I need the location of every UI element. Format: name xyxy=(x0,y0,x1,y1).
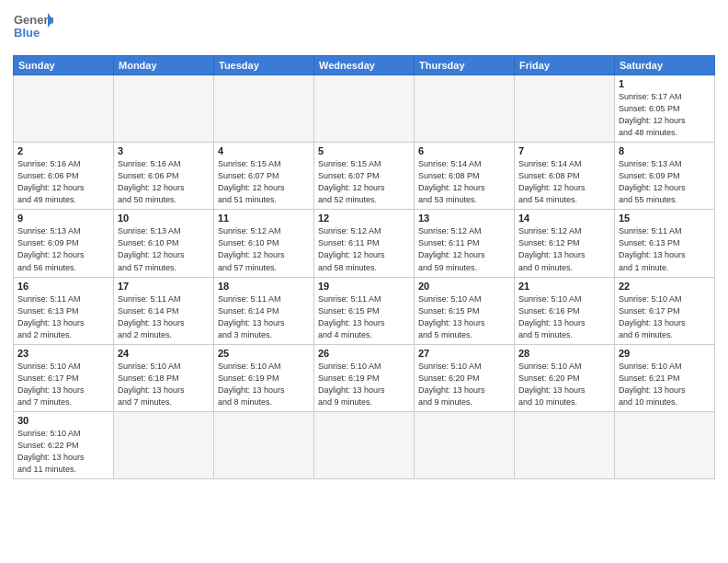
day-info: Sunrise: 5:10 AM Sunset: 6:15 PM Dayligh… xyxy=(418,293,510,341)
calendar-cell: 4Sunrise: 5:15 AM Sunset: 6:07 PM Daylig… xyxy=(214,143,314,210)
day-info: Sunrise: 5:15 AM Sunset: 6:07 PM Dayligh… xyxy=(318,158,410,206)
calendar-cell xyxy=(214,75,314,143)
day-number: 21 xyxy=(518,281,610,292)
day-number: 26 xyxy=(318,348,410,359)
day-number: 7 xyxy=(518,145,610,156)
day-number: 22 xyxy=(619,281,711,292)
calendar-cell xyxy=(415,411,515,478)
week-row-1: 2Sunrise: 5:16 AM Sunset: 6:06 PM Daylig… xyxy=(14,143,715,210)
calendar-cell: 20Sunrise: 5:10 AM Sunset: 6:15 PM Dayli… xyxy=(415,277,515,344)
day-info: Sunrise: 5:10 AM Sunset: 6:19 PM Dayligh… xyxy=(318,361,410,408)
day-info: Sunrise: 5:12 AM Sunset: 6:10 PM Dayligh… xyxy=(218,225,310,273)
calendar-cell: 24Sunrise: 5:10 AM Sunset: 6:18 PM Dayli… xyxy=(114,344,214,411)
day-number: 29 xyxy=(619,348,711,359)
calendar-cell: 23Sunrise: 5:10 AM Sunset: 6:17 PM Dayli… xyxy=(14,344,114,411)
calendar-cell: 3Sunrise: 5:16 AM Sunset: 6:06 PM Daylig… xyxy=(114,143,214,210)
day-number: 15 xyxy=(619,213,711,224)
calendar-cell: 18Sunrise: 5:11 AM Sunset: 6:14 PM Dayli… xyxy=(214,277,314,344)
day-number: 28 xyxy=(518,348,610,359)
day-number: 19 xyxy=(318,281,410,292)
calendar-cell: 28Sunrise: 5:10 AM Sunset: 6:20 PM Dayli… xyxy=(515,344,615,411)
day-info: Sunrise: 5:14 AM Sunset: 6:08 PM Dayligh… xyxy=(418,158,510,206)
calendar-cell: 16Sunrise: 5:11 AM Sunset: 6:13 PM Dayli… xyxy=(14,277,114,344)
day-number: 2 xyxy=(17,145,109,156)
day-number: 11 xyxy=(218,213,310,224)
calendar-header-row: SundayMondayTuesdayWednesdayThursdayFrid… xyxy=(14,56,715,75)
day-number: 17 xyxy=(118,281,210,292)
day-number: 27 xyxy=(418,348,510,359)
day-number: 6 xyxy=(418,145,510,156)
calendar-cell: 12Sunrise: 5:12 AM Sunset: 6:11 PM Dayli… xyxy=(314,210,415,277)
day-number: 5 xyxy=(318,145,410,156)
day-number: 9 xyxy=(17,213,109,224)
day-number: 1 xyxy=(619,78,711,89)
logo: General Blue xyxy=(13,9,53,50)
day-info: Sunrise: 5:12 AM Sunset: 6:11 PM Dayligh… xyxy=(418,225,510,273)
week-row-4: 23Sunrise: 5:10 AM Sunset: 6:17 PM Dayli… xyxy=(14,344,715,411)
header-friday: Friday xyxy=(515,56,615,75)
day-info: Sunrise: 5:12 AM Sunset: 6:11 PM Dayligh… xyxy=(318,225,410,273)
header-tuesday: Tuesday xyxy=(214,56,314,75)
day-info: Sunrise: 5:11 AM Sunset: 6:14 PM Dayligh… xyxy=(118,293,210,341)
day-info: Sunrise: 5:10 AM Sunset: 6:17 PM Dayligh… xyxy=(619,293,711,341)
day-info: Sunrise: 5:10 AM Sunset: 6:21 PM Dayligh… xyxy=(619,361,711,408)
calendar-cell: 11Sunrise: 5:12 AM Sunset: 6:10 PM Dayli… xyxy=(214,210,314,277)
calendar-cell: 7Sunrise: 5:14 AM Sunset: 6:08 PM Daylig… xyxy=(515,143,615,210)
calendar-cell xyxy=(114,411,214,478)
calendar-cell: 22Sunrise: 5:10 AM Sunset: 6:17 PM Dayli… xyxy=(615,277,715,344)
day-number: 4 xyxy=(218,145,310,156)
calendar-cell: 5Sunrise: 5:15 AM Sunset: 6:07 PM Daylig… xyxy=(314,143,415,210)
day-info: Sunrise: 5:14 AM Sunset: 6:08 PM Dayligh… xyxy=(518,158,610,206)
day-info: Sunrise: 5:13 AM Sunset: 6:10 PM Dayligh… xyxy=(118,225,210,273)
svg-text:Blue: Blue xyxy=(14,26,40,40)
day-number: 3 xyxy=(118,145,210,156)
calendar-cell: 26Sunrise: 5:10 AM Sunset: 6:19 PM Dayli… xyxy=(314,344,415,411)
header-sunday: Sunday xyxy=(14,56,114,75)
day-info: Sunrise: 5:10 AM Sunset: 6:20 PM Dayligh… xyxy=(518,361,610,408)
day-info: Sunrise: 5:15 AM Sunset: 6:07 PM Dayligh… xyxy=(218,158,310,206)
day-info: Sunrise: 5:10 AM Sunset: 6:20 PM Dayligh… xyxy=(418,361,510,408)
calendar-cell: 6Sunrise: 5:14 AM Sunset: 6:08 PM Daylig… xyxy=(415,143,515,210)
day-number: 25 xyxy=(218,348,310,359)
day-number: 13 xyxy=(418,213,510,224)
day-info: Sunrise: 5:10 AM Sunset: 6:16 PM Dayligh… xyxy=(518,293,610,341)
week-row-0: 1Sunrise: 5:17 AM Sunset: 6:05 PM Daylig… xyxy=(14,75,715,143)
calendar-cell: 15Sunrise: 5:11 AM Sunset: 6:13 PM Dayli… xyxy=(615,210,715,277)
day-info: Sunrise: 5:16 AM Sunset: 6:06 PM Dayligh… xyxy=(17,158,109,206)
day-info: Sunrise: 5:10 AM Sunset: 6:17 PM Dayligh… xyxy=(17,361,109,408)
calendar-cell xyxy=(515,411,615,478)
calendar-cell: 1Sunrise: 5:17 AM Sunset: 6:05 PM Daylig… xyxy=(615,75,715,143)
header-monday: Monday xyxy=(114,56,214,75)
day-info: Sunrise: 5:16 AM Sunset: 6:06 PM Dayligh… xyxy=(118,158,210,206)
day-number: 30 xyxy=(17,415,109,426)
day-number: 8 xyxy=(619,145,711,156)
calendar-cell: 27Sunrise: 5:10 AM Sunset: 6:20 PM Dayli… xyxy=(415,344,515,411)
calendar-cell: 8Sunrise: 5:13 AM Sunset: 6:09 PM Daylig… xyxy=(615,143,715,210)
day-info: Sunrise: 5:17 AM Sunset: 6:05 PM Dayligh… xyxy=(619,91,711,139)
header-saturday: Saturday xyxy=(615,56,715,75)
day-number: 18 xyxy=(218,281,310,292)
day-info: Sunrise: 5:11 AM Sunset: 6:14 PM Dayligh… xyxy=(218,293,310,341)
logo-svg: General Blue xyxy=(13,9,53,50)
calendar-cell: 19Sunrise: 5:11 AM Sunset: 6:15 PM Dayli… xyxy=(314,277,415,344)
day-info: Sunrise: 5:13 AM Sunset: 6:09 PM Dayligh… xyxy=(17,225,109,273)
day-number: 12 xyxy=(318,213,410,224)
header-wednesday: Wednesday xyxy=(314,56,415,75)
day-info: Sunrise: 5:11 AM Sunset: 6:13 PM Dayligh… xyxy=(17,293,109,341)
calendar-cell xyxy=(615,411,715,478)
calendar-cell xyxy=(515,75,615,143)
week-row-3: 16Sunrise: 5:11 AM Sunset: 6:13 PM Dayli… xyxy=(14,277,715,344)
week-row-5: 30Sunrise: 5:10 AM Sunset: 6:22 PM Dayli… xyxy=(14,411,715,478)
day-number: 14 xyxy=(518,213,610,224)
day-number: 20 xyxy=(418,281,510,292)
calendar-cell: 30Sunrise: 5:10 AM Sunset: 6:22 PM Dayli… xyxy=(14,411,114,478)
day-info: Sunrise: 5:11 AM Sunset: 6:15 PM Dayligh… xyxy=(318,293,410,341)
day-number: 23 xyxy=(17,348,109,359)
calendar-cell xyxy=(14,75,114,143)
calendar-cell: 13Sunrise: 5:12 AM Sunset: 6:11 PM Dayli… xyxy=(415,210,515,277)
week-row-2: 9Sunrise: 5:13 AM Sunset: 6:09 PM Daylig… xyxy=(14,210,715,277)
calendar-cell xyxy=(314,75,415,143)
day-info: Sunrise: 5:10 AM Sunset: 6:18 PM Dayligh… xyxy=(118,361,210,408)
calendar-cell: 21Sunrise: 5:10 AM Sunset: 6:16 PM Dayli… xyxy=(515,277,615,344)
calendar: SundayMondayTuesdayWednesdayThursdayFrid… xyxy=(13,55,715,479)
